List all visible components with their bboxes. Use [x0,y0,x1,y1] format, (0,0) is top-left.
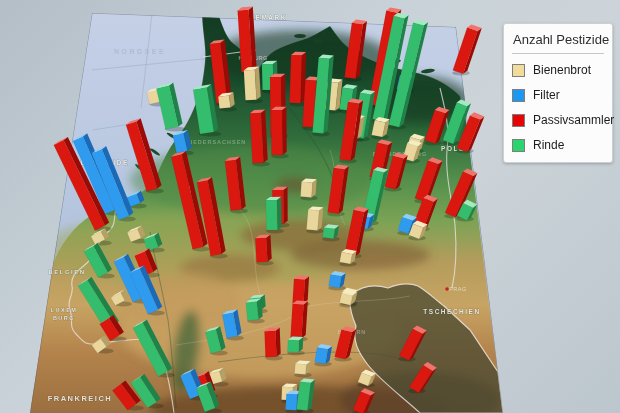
legend-swatch-bienenbrot [512,64,525,77]
bar-bienenbrot [306,206,324,233]
bar-passivsammler [290,301,308,342]
legend-swatch-rinde [512,139,525,152]
bar-rinde [322,224,340,241]
bar-bienenbrot [294,360,312,377]
map-label-city: PRAG [449,286,467,292]
map-label-country: FRANKREICH [48,394,113,403]
bar-bienenbrot [300,179,318,201]
map-label-country: BELGIEN [48,269,85,275]
legend-items: BienenbrotFilterPassivsammlerRinde [512,62,604,153]
legend-swatch-filter [512,89,525,102]
bar-passivsammler [271,107,289,159]
legend-item-passivsammler: Passivsammler [512,112,604,128]
map-label-state: NIEDERSACHSEN [186,139,247,145]
bar-rinde [287,337,305,356]
legend-label: Filter [533,88,560,102]
bar-filter [314,344,332,367]
legend-item-bienenbrot: Bienenbrot [512,62,604,78]
map-label-country: BURG [53,315,75,321]
legend-label: Bienenbrot [533,63,591,77]
legend-item-rinde: Rinde [512,137,604,153]
legend-panel: Anzahl Pestizide BienenbrotFilterPassivs… [503,23,613,163]
legend-label: Passivsammler [533,113,614,127]
pesticide-map-visualization: DÄNEMARKNORDSEENIEDERLANDEBELGIENLUXEMBU… [0,0,620,413]
legend-item-filter: Filter [512,87,604,103]
legend-label: Rinde [533,138,564,152]
legend-divider [512,53,604,54]
legend-swatch-passivsammler [512,114,525,127]
map-label-country: TSCHECHIEN [423,308,480,315]
map-label-country: LUXEM [51,307,78,313]
map-label-sea: NORDSEE [114,48,166,55]
legend-title: Anzahl Pestizide [513,32,604,47]
